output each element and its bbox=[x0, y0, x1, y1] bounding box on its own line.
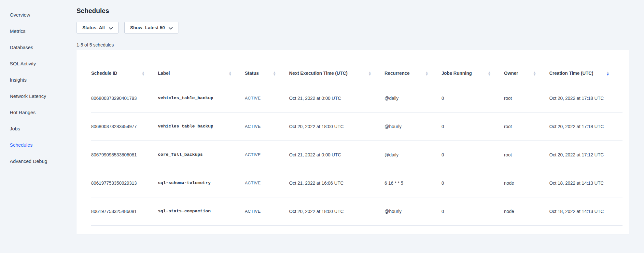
cell-creation-time: Oct 18, 2022 at 14:13 UTC bbox=[549, 169, 623, 197]
cell-recurrence: @hourly bbox=[385, 197, 441, 225]
cell-schedule-id: 806197753325486081 bbox=[91, 197, 158, 225]
sidebar-item-jobs[interactable]: Jobs bbox=[10, 126, 72, 132]
cell-jobs-running: 0 bbox=[441, 84, 504, 112]
sort-desc-icon: ▼ bbox=[607, 73, 609, 76]
sort-desc-icon: ▼ bbox=[229, 73, 231, 76]
cell-status: ACTIVE bbox=[245, 84, 289, 112]
cell-jobs-running: 0 bbox=[441, 112, 504, 140]
table-row: 806197753350029313 sql-schema-telemetry … bbox=[91, 169, 623, 197]
main-content: Schedules Status: All Show: Latest 50 1-… bbox=[72, 0, 644, 253]
result-count: 1-5 of 5 schedules bbox=[77, 42, 629, 48]
cell-label: sql-schema-telemetry bbox=[158, 169, 245, 197]
sidebar-item-metrics[interactable]: Metrics bbox=[10, 28, 72, 34]
page-title: Schedules bbox=[77, 7, 629, 15]
cell-recurrence: @hourly bbox=[385, 112, 441, 140]
sidebar-item-sql-activity[interactable]: SQL Activity bbox=[10, 60, 72, 67]
cell-schedule-id: 806800373283454977 bbox=[91, 112, 158, 140]
sort-arrows-icon[interactable]: ▲ ▼ bbox=[488, 71, 490, 76]
column-header-next-execution-time[interactable]: Next Execution Time (UTC) ▲ ▼ bbox=[289, 50, 385, 84]
cell-creation-time: Oct 18, 2022 at 14:13 UTC bbox=[549, 197, 623, 225]
sidebar-item-overview[interactable]: Overview bbox=[10, 12, 72, 18]
cell-creation-time: Oct 20, 2022 at 17:18 UTC bbox=[549, 84, 623, 112]
cell-jobs-running: 0 bbox=[441, 169, 504, 197]
sort-desc-icon: ▼ bbox=[426, 73, 428, 76]
sort-desc-icon: ▼ bbox=[488, 73, 490, 76]
sort-desc-icon: ▼ bbox=[273, 73, 275, 76]
schedules-table-card: Schedule ID ▲ ▼ Label ▲ bbox=[77, 50, 629, 234]
cell-next-execution: Oct 21, 2022 at 0:00 UTC bbox=[289, 84, 385, 112]
chevron-down-icon bbox=[109, 25, 113, 31]
chevron-down-icon bbox=[169, 25, 173, 31]
table-row: 806799098533806081 core_full_backups ACT… bbox=[91, 140, 623, 169]
cell-schedule-id: 806800373290401793 bbox=[91, 84, 158, 112]
cell-schedule-id: 806799098533806081 bbox=[91, 140, 158, 169]
sidebar-item-hot-ranges[interactable]: Hot Ranges bbox=[10, 109, 72, 116]
sidebar-item-network-latency[interactable]: Network Latency bbox=[10, 93, 72, 100]
cell-status: ACTIVE bbox=[245, 140, 289, 169]
sidebar-item-schedules[interactable]: Schedules bbox=[10, 142, 72, 148]
cell-jobs-running: 0 bbox=[441, 197, 504, 225]
cell-creation-time: Oct 20, 2022 at 17:18 UTC bbox=[549, 112, 623, 140]
cell-schedule-id: 806197753350029313 bbox=[91, 169, 158, 197]
sidebar: Overview Metrics Databases SQL Activity … bbox=[0, 0, 72, 253]
cell-next-execution: Oct 20, 2022 at 18:00 UTC bbox=[289, 112, 385, 140]
sidebar-item-advanced-debug[interactable]: Advanced Debug bbox=[10, 158, 72, 165]
column-header-creation-time[interactable]: Creation Time (UTC) ▲ ▼ bbox=[549, 50, 623, 84]
column-header-recurrence[interactable]: Recurrence ▲ ▼ bbox=[385, 50, 441, 84]
table-row: 806800373283454977 vehicles_table_backup… bbox=[91, 112, 623, 140]
sort-arrows-icon[interactable]: ▲ ▼ bbox=[426, 71, 428, 76]
cell-label: vehicles_table_backup bbox=[158, 112, 245, 140]
sort-arrows-icon[interactable]: ▲ ▼ bbox=[369, 71, 371, 76]
show-filter-dropdown[interactable]: Show: Latest 50 bbox=[124, 22, 179, 33]
cell-owner: root bbox=[504, 140, 549, 169]
sort-desc-icon: ▼ bbox=[369, 73, 371, 76]
cell-next-execution: Oct 21, 2022 at 0:00 UTC bbox=[289, 140, 385, 169]
cell-recurrence: @daily bbox=[385, 84, 441, 112]
cell-next-execution: Oct 21, 2022 at 16:06 UTC bbox=[289, 169, 385, 197]
table-row: 806197753325486081 sql-stats-compaction … bbox=[91, 197, 623, 225]
status-filter-dropdown[interactable]: Status: All bbox=[77, 22, 119, 33]
cell-owner: node bbox=[504, 197, 549, 225]
column-header-owner[interactable]: Owner ▲ ▼ bbox=[504, 50, 549, 84]
cell-owner: root bbox=[504, 84, 549, 112]
sidebar-item-databases[interactable]: Databases bbox=[10, 44, 72, 51]
sort-arrows-icon[interactable]: ▲ ▼ bbox=[534, 71, 536, 76]
cell-jobs-running: 0 bbox=[441, 140, 504, 169]
cell-label: core_full_backups bbox=[158, 140, 245, 169]
filter-bar: Status: All Show: Latest 50 bbox=[77, 22, 629, 33]
column-header-jobs-running[interactable]: Jobs Running ▲ ▼ bbox=[441, 50, 504, 84]
app-root: Overview Metrics Databases SQL Activity … bbox=[0, 0, 644, 253]
status-filter-label: Status: All bbox=[82, 25, 105, 30]
cell-status: ACTIVE bbox=[245, 112, 289, 140]
cell-status: ACTIVE bbox=[245, 197, 289, 225]
sort-arrows-icon[interactable]: ▲ ▼ bbox=[607, 71, 609, 76]
sort-desc-icon: ▼ bbox=[142, 73, 144, 76]
sidebar-item-insights[interactable]: Insights bbox=[10, 77, 72, 83]
cell-recurrence: @daily bbox=[385, 140, 441, 169]
table-header-row: Schedule ID ▲ ▼ Label ▲ bbox=[91, 50, 623, 84]
column-header-label[interactable]: Label ▲ ▼ bbox=[158, 50, 245, 84]
table-row: 806800373290401793 vehicles_table_backup… bbox=[91, 84, 623, 112]
cell-status: ACTIVE bbox=[245, 169, 289, 197]
cell-owner: root bbox=[504, 112, 549, 140]
cell-label: sql-stats-compaction bbox=[158, 197, 245, 225]
sort-arrows-icon[interactable]: ▲ ▼ bbox=[273, 71, 275, 76]
cell-recurrence: 6 16 * * 5 bbox=[385, 169, 441, 197]
cell-creation-time: Oct 20, 2022 at 17:12 UTC bbox=[549, 140, 623, 169]
sort-arrows-icon[interactable]: ▲ ▼ bbox=[229, 71, 231, 76]
cell-label: vehicles_table_backup bbox=[158, 84, 245, 112]
column-header-status[interactable]: Status ▲ ▼ bbox=[245, 50, 289, 84]
show-filter-label: Show: Latest 50 bbox=[130, 25, 165, 30]
schedules-table: Schedule ID ▲ ▼ Label ▲ bbox=[91, 50, 623, 226]
sort-desc-icon: ▼ bbox=[534, 73, 536, 76]
column-header-schedule-id[interactable]: Schedule ID ▲ ▼ bbox=[91, 50, 158, 84]
cell-next-execution: Oct 20, 2022 at 18:00 UTC bbox=[289, 197, 385, 225]
sort-arrows-icon[interactable]: ▲ ▼ bbox=[142, 71, 144, 76]
cell-owner: node bbox=[504, 169, 549, 197]
